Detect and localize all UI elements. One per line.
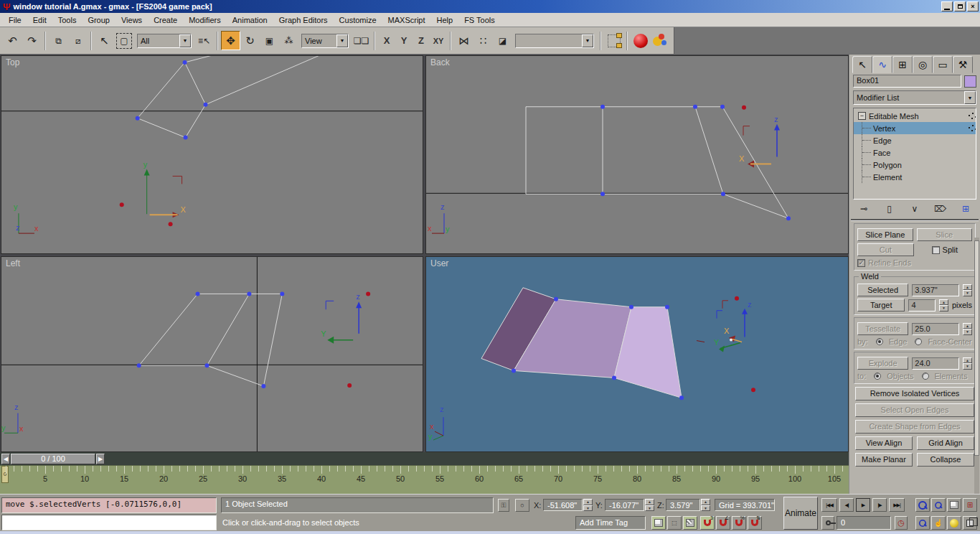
tab-modify[interactable]: ∿ [872,56,892,73]
select-by-name-button[interactable]: ≡↖ [194,31,214,50]
refine-ends-checkbox[interactable]: ✓ [857,259,865,267]
maxscript-mini-listener-input[interactable] [1,515,217,530]
tessellate-value-field[interactable]: 25.0 [912,323,959,335]
stack-item-polygon[interactable]: Polygon [854,159,976,171]
redo-button[interactable]: ↷ [22,31,42,50]
menu-customize[interactable]: Customize [334,14,382,26]
chevron-down-icon[interactable]: ▼ [336,34,348,47]
explode-button[interactable]: Explode [857,357,908,370]
go-to-start-button[interactable]: |◀◀ [821,498,837,512]
slice-button[interactable]: Slice [917,228,973,241]
grid-align-button[interactable]: Grid Align [917,436,974,450]
remove-isolated-vertices-button[interactable]: Remove Isolated Vertices [855,387,974,400]
weld-target-pixels-field[interactable]: 4 [908,299,936,312]
viewport-top-label[interactable]: Top [6,57,19,67]
close-button[interactable]: × [967,1,979,11]
time-slider-handle[interactable]: 0 / 100 [11,454,95,464]
menu-fs-tools[interactable]: FS Tools [458,14,501,26]
arc-rotate-button[interactable] [947,516,961,530]
min-max-toggle-button[interactable] [963,516,977,530]
restore-button[interactable] [954,1,966,11]
to-objects-radio[interactable] [874,373,881,380]
panel-scrollbar[interactable] [974,238,979,494]
weld-target-button[interactable]: Target [857,299,905,312]
mirror-button[interactable]: ⋈ [454,31,473,50]
remove-modifier-button[interactable]: ⌦ [932,202,949,215]
weld-threshold-field[interactable]: 3.937" [912,284,959,296]
selection-region-toggle[interactable]: ⬚ [667,516,682,530]
track-view-button[interactable] [604,31,623,50]
stack-item-edge[interactable]: Edge [854,134,976,146]
minimize-button[interactable] [941,1,953,11]
current-frame-field[interactable]: 0 [837,516,891,530]
menu-graph-editors[interactable]: Graph Editors [273,14,334,26]
show-end-result-button[interactable]: ▯ [881,202,898,215]
maxscript-mini-listener-macro[interactable]: move $.selectedVerts [-0.0711576,0,0] [1,497,217,513]
align-button[interactable]: ◪ [493,31,512,50]
y-coord-spinner[interactable]: ▲▼ [645,499,654,511]
collapse-button[interactable]: Collapse [917,453,974,467]
weld-threshold-spinner[interactable]: ▲▼ [963,284,972,296]
menu-help[interactable]: Help [431,14,459,26]
select-and-move-button[interactable]: ✥ [221,31,240,50]
viewport-back-label[interactable]: Back [430,57,450,67]
selection-lock-toggle[interactable]: ⚿ [498,499,509,512]
time-slider-next-button[interactable]: ▶ [96,454,105,464]
restrict-to-z-button[interactable]: Z [413,32,430,50]
stack-item-face[interactable]: Face [854,146,976,159]
menu-animation[interactable]: Animation [227,14,273,26]
zoom-extents-all-button[interactable]: ⊞ [963,498,977,512]
explode-spinner[interactable]: ▲▼ [963,357,972,370]
tab-hierarchy[interactable]: ⊞ [892,56,913,73]
time-slider-prev-button[interactable]: ◀ [1,454,10,464]
previous-frame-button[interactable]: ◀| [839,498,854,512]
animate-button[interactable]: Animate [783,497,818,530]
weld-target-spinner[interactable]: ▲▼ [939,299,948,312]
viewport-top-canvas[interactable]: yXyzx [1,56,423,253]
by-face-center-radio[interactable] [915,338,922,345]
create-shape-from-edges-button[interactable]: Create Shape from Edges [855,420,974,434]
viewport-user-canvas[interactable]: zXYzxy [426,257,848,451]
select-and-manipulate-button[interactable]: ⁂ [279,31,298,50]
time-configuration-button[interactable]: ◷ [895,516,908,530]
select-and-link-button[interactable]: ⧉ [49,31,68,50]
viewport-user[interactable]: User zXYzxy [425,256,849,452]
use-pivot-point-center-button[interactable]: ❏❏ [352,31,371,50]
menu-edit[interactable]: Edit [27,14,52,26]
play-button[interactable]: ▶ [856,498,870,512]
view-align-button[interactable]: View Align [855,436,913,450]
restrict-to-y-button[interactable]: Y [395,32,413,50]
to-elements-radio[interactable] [922,373,929,380]
slice-plane-button[interactable]: Slice Plane [857,228,913,241]
select-open-edges-button[interactable]: Select Open Edges [855,403,974,417]
select-and-rotate-button[interactable]: ↻ [240,31,260,50]
stack-item-editable-mesh[interactable]: − Editable Mesh [854,110,976,122]
reference-coordinate-system-combo[interactable]: View ▼ [301,34,349,48]
zoom-extents-button[interactable] [947,498,961,512]
angle-snap-toggle[interactable]: ∠ [716,516,730,530]
menu-maxscript[interactable]: MAXScript [382,14,431,26]
degradation-override-toggle[interactable] [651,516,666,530]
tessellate-button[interactable]: Tessellate [857,322,908,335]
split-checkbox[interactable] [932,246,940,254]
make-planar-button[interactable]: Make Planar [855,453,913,467]
by-edge-radio[interactable] [876,338,883,345]
material-editor-button[interactable] [631,31,650,50]
chevron-down-icon[interactable]: ▼ [582,34,593,47]
modifier-list-dropdown[interactable]: Modifier List ▼ [853,90,976,105]
restrict-to-x-button[interactable]: X [378,32,395,50]
object-color-swatch[interactable] [964,75,976,88]
restrict-to-plane-button[interactable]: XY [430,32,447,50]
viewport-left-label[interactable]: Left [6,258,20,268]
add-time-tag-field[interactable]: Add Time Tag [575,516,646,530]
tab-utilities[interactable]: ⚒ [953,56,973,73]
weld-selected-button[interactable]: Selected [857,284,908,296]
named-selection-sets-combo[interactable]: ▼ [515,34,594,48]
z-coord-field[interactable]: 3.579" [666,499,700,511]
pin-stack-button[interactable]: ⊸ [855,202,872,215]
spinner-snap-toggle[interactable]: ⇅ [748,516,762,530]
percent-snap-toggle[interactable]: % [732,516,746,530]
absolute-offset-mode-toggle[interactable]: ○ [515,499,529,512]
x-coord-spinner[interactable]: ▲▼ [583,499,593,511]
render-button[interactable] [650,31,669,50]
